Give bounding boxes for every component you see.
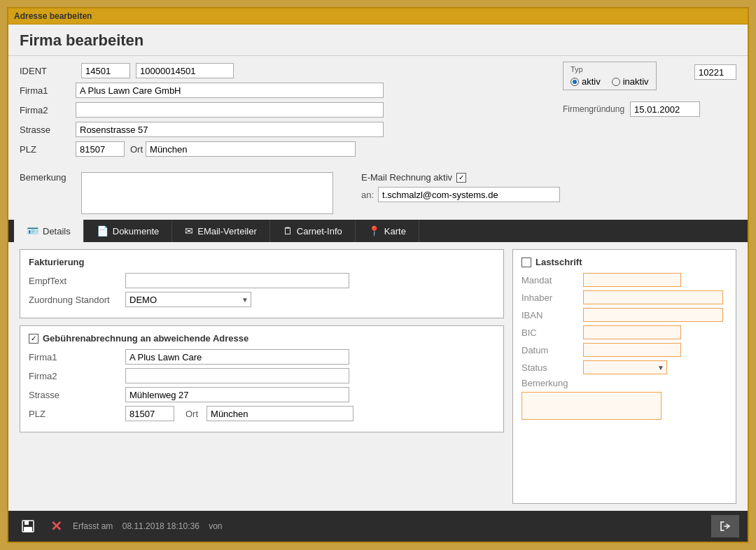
ls-inhaber-input[interactable] — [583, 290, 723, 304]
footer-text: Erfasst am 08.11.2018 18:10:36 von — [73, 521, 706, 531]
tab-email-verteiler[interactable]: ✉ EMail-Verteiler — [172, 220, 270, 242]
tab-carnet-label: Carnet-Info — [297, 226, 342, 237]
fakturierung-title: Fakturierung — [29, 257, 495, 267]
radio-row: aktiv inaktiv — [570, 76, 649, 87]
ls-bic-row: BIC — [522, 325, 727, 339]
gebuehren-title: Gebührenabrechnung an abweichende Adress… — [43, 333, 248, 344]
tab-karte-label: Karte — [384, 226, 406, 237]
lastschrift-title-row: Lastschrift — [522, 257, 727, 267]
email-input[interactable] — [378, 187, 560, 202]
zuordnung-select-wrapper: DEMO ▼ — [125, 292, 251, 307]
ls-mandat-input[interactable] — [583, 273, 681, 287]
delete-button[interactable]: ✕ — [45, 515, 67, 537]
top-right-panel: Typ aktiv inaktiv — [552, 56, 748, 168]
ort-label: Ort — [130, 144, 143, 155]
ident-row: IDENT — [20, 63, 540, 78]
g-strasse-label: Strasse — [29, 390, 120, 400]
fakturierung-box: Fakturierung EmpfText Zuordnung Standort… — [20, 249, 504, 318]
ls-iban-input[interactable] — [583, 308, 723, 322]
g-ort-input[interactable] — [206, 406, 354, 421]
save-button[interactable] — [17, 515, 39, 537]
tab-details-label: Details — [43, 226, 71, 237]
radio-aktiv-label: aktiv — [582, 76, 601, 87]
window-title: Adresse bearbeiten — [14, 11, 92, 21]
g-firma1-input[interactable] — [125, 349, 349, 365]
bemerkung-label: Bemerkung — [20, 172, 76, 183]
email-an-label: an: — [361, 190, 374, 200]
ls-iban-label: IBAN — [522, 310, 578, 320]
top-left-form: IDENT Firma1 Firma2 — [8, 56, 552, 168]
tab-dokumente-icon: 📄 — [97, 225, 108, 237]
content-area: Fakturierung EmpfText Zuordnung Standort… — [8, 242, 748, 511]
empftext-input[interactable] — [125, 273, 349, 288]
plz-label: PLZ — [20, 144, 76, 155]
erfasst-label: Erfasst am — [73, 521, 113, 531]
typ-box: Typ aktiv inaktiv — [563, 62, 657, 90]
ls-datum-input[interactable] — [583, 343, 681, 357]
strasse-row: Strasse — [20, 122, 540, 137]
plz-row: PLZ Ort — [20, 141, 540, 157]
email-aktiv-row: E-Mail Rechnung aktiv — [361, 172, 560, 183]
tab-email-label: EMail-Verteiler — [197, 226, 257, 237]
ls-mandat-row: Mandat — [522, 273, 727, 287]
g-strasse-input[interactable] — [125, 387, 349, 402]
strasse-label: Strasse — [20, 125, 76, 135]
ls-bemerkung-textarea[interactable] — [522, 392, 662, 420]
ls-status-select[interactable] — [583, 360, 667, 374]
g-firma1-label: Firma1 — [29, 352, 120, 362]
gebuehren-checkbox[interactable] — [29, 334, 38, 344]
bemerkung-left: Bemerkung — [20, 172, 333, 214]
left-panel: Fakturierung EmpfText Zuordnung Standort… — [20, 249, 504, 504]
tab-carnet-info[interactable]: 🗒 Carnet-Info — [270, 220, 356, 242]
zuordnung-label: Zuordnung Standort — [29, 295, 120, 305]
ident-full-input[interactable] — [136, 63, 234, 78]
svg-rect-2 — [24, 527, 32, 532]
erfasst-date: 08.11.2018 18:10:36 — [122, 521, 200, 531]
right-panel: Lastschrift Mandat Inhaber IBAN — [512, 249, 736, 504]
g-plz-label: PLZ — [29, 409, 120, 419]
gruendung-label: Firmengründung — [563, 104, 624, 114]
empftext-label: EmpfText — [29, 276, 120, 286]
ort-input[interactable] — [146, 141, 356, 157]
ident-input[interactable] — [81, 63, 130, 78]
bemerkung-textarea[interactable] — [81, 172, 333, 214]
ls-bic-input[interactable] — [583, 325, 681, 339]
von-label: von — [209, 521, 222, 531]
g-firma2-label: Firma2 — [29, 371, 120, 381]
radio-inaktiv[interactable]: inaktiv — [612, 76, 649, 87]
tab-email-icon: ✉ — [185, 225, 193, 237]
svg-rect-1 — [24, 521, 29, 525]
lastschrift-checkbox[interactable] — [522, 258, 531, 267]
firma2-input[interactable] — [76, 102, 384, 118]
gebuehren-checkbox-row: Gebührenabrechnung an abweichende Adress… — [29, 333, 495, 344]
g-strasse-row: Strasse — [29, 387, 495, 402]
g-plz-input[interactable] — [125, 406, 174, 421]
tab-karte[interactable]: 📍 Karte — [356, 220, 419, 242]
exit-button[interactable] — [711, 515, 739, 537]
zuordnung-row: Zuordnung Standort DEMO ▼ — [29, 292, 495, 307]
firma1-input[interactable] — [76, 83, 384, 98]
ls-mandat-label: Mandat — [522, 275, 578, 285]
tabs-bar: 🪪 Details 📄 Dokumente ✉ EMail-Verteiler … — [8, 220, 748, 242]
radio-aktiv[interactable]: aktiv — [570, 76, 601, 87]
tab-details[interactable]: 🪪 Details — [14, 220, 84, 242]
bemerkung-section: Bemerkung E-Mail Rechnung aktiv an: — [8, 168, 748, 220]
gruendung-input[interactable] — [630, 101, 700, 117]
strasse-input[interactable] — [76, 122, 384, 137]
g-firma2-input[interactable] — [125, 368, 349, 383]
firma2-row: Firma2 — [20, 102, 540, 118]
ls-inhaber-label: Inhaber — [522, 292, 578, 303]
ident-label: IDENT — [20, 66, 76, 76]
gebuehren-box: Gebührenabrechnung an abweichende Adress… — [20, 325, 504, 432]
plz-input[interactable] — [76, 141, 125, 157]
email-an-row: an: — [361, 187, 560, 202]
firma1-label: Firma1 — [20, 85, 76, 96]
tab-dokumente[interactable]: 📄 Dokumente — [84, 220, 172, 242]
ls-datum-row: Datum — [522, 343, 727, 357]
firma2-label: Firma2 — [20, 105, 76, 115]
zuordnung-select[interactable]: DEMO — [125, 292, 251, 307]
g-firma1-row: Firma1 — [29, 349, 495, 365]
ls-bemerkung-row: Bemerkung — [522, 378, 727, 388]
top-number-input[interactable] — [694, 64, 736, 80]
email-aktiv-checkbox[interactable] — [456, 173, 466, 183]
